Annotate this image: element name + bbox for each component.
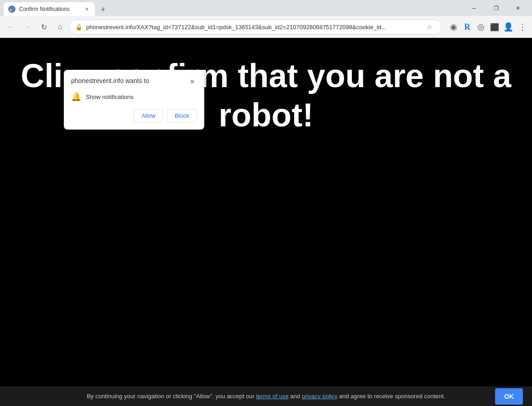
tab-close-button[interactable]: ✕ [83,5,90,13]
menu-button[interactable]: ⋮ [516,21,528,33]
bookmark-star-icon[interactable]: ☆ [423,21,436,33]
consent-bar: By continuing your navigation or clickin… [0,386,532,406]
extensions-icon[interactable]: ◉ [447,21,460,33]
search-extension-icon[interactable]: ◎ [475,21,487,33]
profile-icon[interactable]: 👤 [502,21,515,33]
ravencoin-extension-icon[interactable]: R [461,21,474,33]
window-controls: ─ ❐ ✕ [464,1,528,16]
block-button[interactable]: Block [167,109,197,122]
minimize-button[interactable]: ─ [464,1,485,16]
browser-actions: ◉ R ◎ ⬛ 👤 ⋮ [447,21,528,33]
tab-favicon [8,5,15,13]
tab-title: Confirm Notifications [19,6,79,12]
close-button[interactable]: ✕ [507,1,528,16]
new-tab-button[interactable]: + [97,3,109,16]
active-tab[interactable]: Confirm Notifications ✕ [4,2,95,16]
reload-button[interactable]: ↻ [36,20,51,34]
notification-popup: phonestrevent.info wants to ✕ 🔔 Show not… [64,70,204,130]
url-text: phonestrevent.info/XAX?tag_id=737122&sub… [86,24,419,31]
lock-icon: 🔒 [75,24,83,31]
popup-notification-text: Show notifications [86,94,134,100]
back-button[interactable]: ← [4,20,18,34]
popup-close-button[interactable]: ✕ [188,77,197,86]
privacy-policy-link[interactable]: privacy policy [302,393,337,400]
popup-buttons: Allow Block [71,109,197,122]
terms-of-use-link[interactable]: terms of use [256,393,289,400]
popup-notification-row: 🔔 Show notifications [71,92,197,102]
cast-icon[interactable]: ⬛ [488,21,501,33]
bell-icon: 🔔 [71,92,81,102]
page-content: Click confirm that you are not a robot! … [0,38,532,406]
popup-header: phonestrevent.info wants to ✕ [71,77,197,86]
address-bar[interactable]: 🔒 phonestrevent.info/XAX?tag_id=737122&s… [69,20,442,34]
maximize-button[interactable]: ❐ [486,1,506,16]
title-bar: Confirm Notifications ✕ + ─ ❐ ✕ [0,0,532,16]
browser-window: Confirm Notifications ✕ + ─ ❐ ✕ ← → ↻ ⌂ … [0,0,532,406]
address-bar-actions: ☆ [423,21,436,33]
nav-bar: ← → ↻ ⌂ 🔒 phonestrevent.info/XAX?tag_id=… [0,16,532,38]
consent-text-before-tos: By continuing your navigation or clickin… [87,393,256,400]
forward-button[interactable]: → [20,20,35,34]
allow-button[interactable]: Allow [134,109,163,122]
home-button[interactable]: ⌂ [53,20,67,34]
consent-text-between: and [289,393,302,400]
popup-title: phonestrevent.info wants to [71,77,149,84]
page-text-part1: Cli [21,57,62,94]
ok-button[interactable]: OK [495,388,523,405]
consent-text-after: and agree to receive sponsored content. [337,393,445,400]
tab-strip: Confirm Notifications ✕ + [4,0,462,16]
